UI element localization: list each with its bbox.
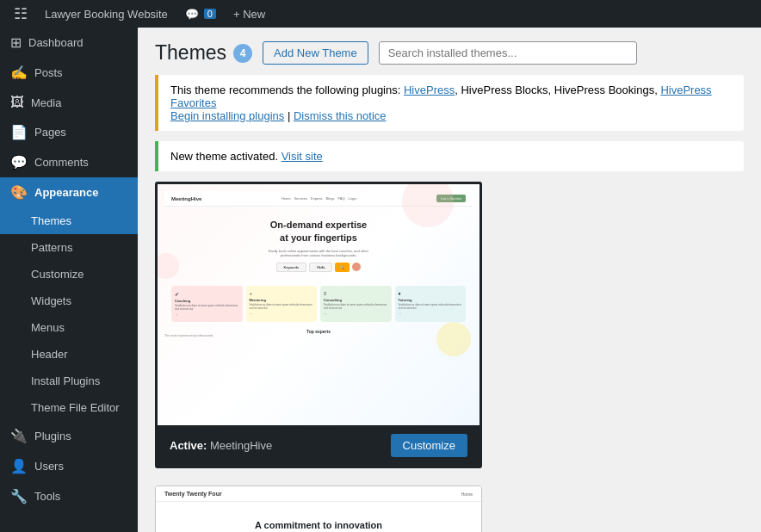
sidebar-label-menus: Menus	[31, 321, 65, 334]
dismiss-notice-link[interactable]: Dismiss this notice	[294, 109, 387, 122]
comments-sidebar-icon: 💬	[10, 154, 28, 170]
appearance-icon: 🎨	[10, 184, 28, 201]
comments-link[interactable]: 💬 0	[178, 0, 223, 28]
add-new-theme-button[interactable]: Add New Theme	[263, 41, 368, 65]
page-header: Themes 4 Add New Theme	[138, 28, 761, 75]
sidebar-label-pages: Pages	[34, 126, 66, 139]
comments-icon: 💬	[185, 8, 199, 21]
theme-activated-notice: New theme activated. Visit site	[155, 141, 744, 171]
sidebar-item-install-plugins[interactable]: Install Plugins	[0, 368, 138, 394]
sidebar-item-posts[interactable]: ✍ Posts	[0, 58, 138, 88]
tools-icon: 🔧	[10, 488, 28, 504]
site-name-link[interactable]: Lawyer Booking Website	[38, 0, 175, 28]
sidebar-item-themes[interactable]: Themes	[0, 207, 138, 234]
visit-site-link[interactable]: Visit site	[282, 150, 323, 163]
hivepress-link[interactable]: HivePress	[404, 84, 455, 96]
media-icon: 🖼	[10, 95, 24, 110]
sidebar-label-plugins: Plugins	[34, 430, 71, 442]
new-content-link[interactable]: + New	[226, 0, 272, 28]
sidebar-label-header: Header	[31, 348, 68, 361]
sidebar-label-dashboard: Dashboard	[28, 36, 84, 49]
sidebar-item-tools[interactable]: 🔧 Tools	[0, 481, 138, 511]
posts-icon: ✍	[10, 65, 28, 81]
sidebar-item-pages[interactable]: 📄 Pages	[0, 117, 138, 147]
sidebar-label-theme-file-editor: Theme File Editor	[31, 401, 120, 414]
plugins-icon: 🔌	[10, 428, 28, 444]
sidebar-label-themes: Themes	[31, 214, 71, 227]
begin-installing-link[interactable]: Begin installing plugins	[170, 109, 284, 122]
sidebar-item-dashboard[interactable]: ⊞ Dashboard	[0, 28, 138, 58]
sidebar-item-patterns[interactable]: Patterns	[0, 234, 138, 261]
dashboard-icon: ⊞	[10, 34, 22, 51]
sidebar-item-theme-file-editor[interactable]: Theme File Editor	[0, 394, 138, 421]
meetinghive-footer: Active: MeetingHive Customize	[158, 425, 479, 466]
sidebar-label-tools: Tools	[34, 490, 60, 503]
sidebar-label-users: Users	[34, 460, 64, 473]
activated-text: New theme activated.	[170, 150, 282, 163]
theme-card-meetinghive[interactable]: MeetingHive HomeServicesExpertsBlogsFAQL…	[155, 182, 482, 468]
sidebar-label-comments: Comments	[34, 156, 89, 169]
hivepress-blocks-text: HivePress Blocks, HivePress Bookings,	[461, 84, 660, 96]
meetinghive-preview: MeetingHive HomeServicesExpertsBlogsFAQL…	[158, 184, 479, 425]
active-theme-label: Active: MeetingHive	[170, 439, 272, 452]
wp-logo-icon[interactable]: ☷	[7, 0, 34, 28]
theme-count-badge: 4	[233, 44, 252, 63]
sidebar-label-install-plugins: Install Plugins	[31, 374, 100, 387]
page-title: Themes 4	[155, 41, 252, 65]
sidebar: ⊞ Dashboard ✍ Posts 🖼 Media 📄 Pages 💬 Co…	[0, 28, 138, 532]
sidebar-item-appearance[interactable]: 🎨 Appearance	[0, 177, 138, 207]
search-themes-input[interactable]	[379, 41, 637, 65]
sidebar-item-plugins[interactable]: 🔌 Plugins	[0, 421, 138, 451]
plugin-recommendation-notice: This theme recommends the following plug…	[155, 75, 744, 131]
sidebar-item-header[interactable]: Header	[0, 341, 138, 368]
admin-bar: ☷ Lawyer Booking Website 💬 0 + New	[0, 0, 761, 28]
users-icon: 👤	[10, 458, 28, 474]
theme-card-twentytwentyfour[interactable]: Twenty Twenty Four Home A commitment to …	[155, 486, 482, 532]
sidebar-label-posts: Posts	[34, 66, 63, 79]
sidebar-item-users[interactable]: 👤 Users	[0, 451, 138, 481]
sidebar-label-customize: Customize	[31, 268, 84, 281]
notice-text: This theme recommends the following plug…	[170, 84, 404, 96]
comment-count: 0	[204, 9, 216, 19]
sidebar-label-widgets: Widgets	[31, 294, 71, 307]
sidebar-item-menus[interactable]: Menus	[0, 314, 138, 341]
pages-icon: 📄	[10, 124, 28, 140]
sidebar-item-comments[interactable]: 💬 Comments	[0, 147, 138, 177]
sidebar-item-widgets[interactable]: Widgets	[0, 288, 138, 314]
customize-button[interactable]: Customize	[391, 434, 467, 457]
twentytwentyfour-preview: Twenty Twenty Four Home A commitment to …	[156, 486, 481, 532]
sidebar-item-customize[interactable]: Customize	[0, 261, 138, 288]
notice-separator: |	[288, 109, 294, 122]
sidebar-label-media: Media	[31, 96, 61, 109]
main-content: Themes 4 Add New Theme This theme recomm…	[138, 28, 761, 532]
sidebar-label-appearance: Appearance	[34, 186, 98, 199]
sidebar-item-media[interactable]: 🖼 Media	[0, 88, 138, 117]
themes-grid: MeetingHive HomeServicesExpertsBlogsFAQL…	[138, 182, 761, 532]
sidebar-label-patterns: Patterns	[31, 241, 72, 254]
